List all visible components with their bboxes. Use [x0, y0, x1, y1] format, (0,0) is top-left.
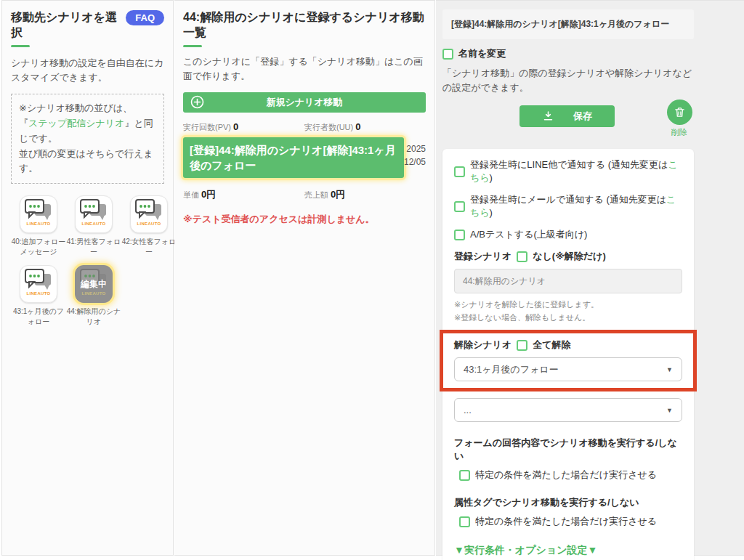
unregister-all-label: 全て解除 [533, 338, 570, 352]
notify-line-label: 登録発生時にLINE他で通知する (通知先変更はこちら) [470, 158, 682, 184]
new-scenario-move-button[interactable]: 新規シナリオ移動 [183, 92, 426, 113]
item-date-year: 2025 [406, 144, 426, 154]
edit-panel-title: [登録]44:解除用のシナリオ[解除]43:1ヶ月後のフォロー [442, 9, 694, 39]
tag-condition-checkbox-row[interactable]: 特定の条件を満たした場合だけ実行させる [459, 515, 682, 528]
left-panel-description: シナリオ移動の設定を自由自在にカスタマイズできます。 [11, 56, 164, 85]
unregister-scenario-selected-value: 43:1ヶ月後のフォロー [464, 363, 559, 376]
checkbox-icon[interactable] [454, 230, 465, 240]
ab-test-checkbox-row[interactable]: A/Bテストする(上級者向け) [454, 228, 682, 241]
scenario-item-40[interactable]: LINEAUTO 40:追加フォローメッセージ [11, 195, 66, 256]
scenario-label: 42:女性客フォロー [121, 237, 177, 256]
scenario-icon: LINEAUTO [75, 195, 113, 233]
faq-button[interactable]: FAQ [126, 10, 164, 25]
chat-bubbles-icon [133, 198, 165, 224]
note-line3: 並び順の変更はそちらで行えます。 [19, 148, 153, 174]
destination-scenario-panel: 移動先シナリオを選択 FAQ シナリオ移動の設定を自由自在にカスタマイズできます… [1, 0, 174, 556]
pv-label: 実行回数(PV) [183, 123, 231, 131]
save-label: 保存 [573, 110, 592, 123]
ab-test-label: A/Bテストする(上級者向け) [470, 228, 587, 241]
download-icon [542, 110, 554, 123]
lineauto-badge: LINEAUTO [27, 291, 51, 296]
unregister-scenario-select[interactable]: 43:1ヶ月後のフォロー ▼ [454, 357, 682, 381]
register-note-1: ※シナリオを解除した後に登録します。 [454, 300, 599, 309]
annotation-highlight-box: 解除シナリオ 全て解除 43:1ヶ月後のフォロー ▼ [440, 330, 697, 391]
revenue-stats: 単価0円 売上額0円 [183, 188, 426, 201]
scenario-icon: LINEAUTO [20, 265, 57, 303]
register-none-checkbox[interactable] [517, 251, 527, 262]
delete-button[interactable]: 削除 [665, 100, 694, 138]
form-condition-section-label: フォームの回答内容でシナリオ移動を実行する/しない [454, 437, 682, 463]
notify-line-checkbox-row[interactable]: 登録発生時にLINE他で通知する (通知先変更はこちら) [454, 158, 682, 184]
scenario-item-44-editing[interactable]: LINEAUTO 編集中 44:解除用のシナリオ [66, 265, 121, 326]
save-button-top[interactable]: 保存 [519, 105, 615, 127]
scenario-item-42[interactable]: LINEAUTO 42:女性客フォロー [121, 195, 177, 256]
register-scenario-input [454, 269, 682, 293]
scenario-icon: LINEAUTO [20, 195, 57, 233]
additional-scenario-select[interactable]: ... ▼ [454, 398, 682, 422]
item-date-day: 12/05 [404, 157, 426, 167]
scenario-move-edit-panel: [登録]44:解除用のシナリオ[解除]43:1ヶ月後のフォロー 名前を変更 「シ… [436, 0, 744, 556]
register-notes: ※シナリオを解除した後に登録します。 ※登録しない場合、解除もしません。 [454, 299, 682, 324]
delete-label: 削除 [671, 127, 687, 138]
edit-panel-description: 「シナリオ移動」の際の登録シナリオや解除シナリオなどの設定ができます。 [442, 66, 694, 95]
rename-label: 名前を変更 [458, 47, 506, 60]
sales-value: 0円 [331, 189, 345, 200]
notify-mail-checkbox-row[interactable]: 登録発生時にメールで通知する (通知先変更はこちら) [454, 193, 682, 219]
middle-panel-description: このシナリオに「登録」する「シナリオ移動」はこの画面で作ります。 [183, 54, 426, 84]
scenario-settings-card: 登録発生時にLINE他で通知する (通知先変更はこちら) 登録発生時にメールで通… [442, 149, 694, 560]
ordering-note-box: ※シナリオ移動の並びは、 『ステップ配信シナリオ』と同じです。 並び順の変更はそ… [11, 94, 164, 184]
checkbox-icon[interactable] [459, 516, 470, 527]
scenario-icon-editing: LINEAUTO 編集中 [75, 265, 113, 303]
checkbox-icon[interactable] [459, 470, 470, 481]
price-value: 0円 [201, 189, 216, 200]
notify-mail-label: 登録発生時にメールで通知する (通知先変更はこちら) [470, 193, 682, 219]
scenario-icon-grid: LINEAUTO 40:追加フォローメッセージ LINEAUTO 41:男性客フ… [11, 195, 164, 326]
execution-stats: 実行回数(PV)0 実行者数(UU)0 [183, 121, 426, 133]
new-scenario-move-label: 新規シナリオ移動 [266, 97, 342, 107]
register-none-label: なし(※解除だけ) [533, 250, 606, 263]
checkbox-icon[interactable] [454, 201, 465, 212]
chat-bubbles-icon [78, 198, 110, 224]
scenario-item-43[interactable]: LINEAUTO 43:1ヶ月後のフォロー [11, 265, 66, 326]
chevron-down-icon: ▼ [666, 366, 673, 373]
checkbox-icon[interactable] [454, 166, 465, 177]
lineauto-badge: LINEAUTO [137, 222, 161, 226]
scenario-move-list-panel: 44:解除用のシナリオに登録するシナリオ移動一覧 このシナリオに「登録」する「シ… [174, 0, 435, 556]
tag-condition-label: 特定の条件を満たした場合だけ実行させる [475, 515, 657, 528]
tag-condition-section-label: 属性タグでシナリオ移動を実行する/しない [454, 496, 682, 509]
form-condition-checkbox-row[interactable]: 特定の条件を満たした場合だけ実行させる [459, 468, 682, 482]
register-note-2: ※登録しない場合、解除もしません。 [454, 313, 590, 322]
checkbox-icon[interactable] [442, 49, 453, 60]
title-underline [11, 45, 30, 47]
sales-label: 売上額 [304, 190, 328, 199]
scenario-item-41[interactable]: LINEAUTO 41:男性客フォロー [66, 195, 121, 256]
uu-value: 0 [355, 121, 360, 132]
chat-bubbles-icon [23, 268, 54, 294]
uu-label: 実行者数(UU) [304, 123, 353, 131]
register-scenario-row: 登録シナリオ なし(※解除だけ) [454, 250, 682, 263]
scenario-icon: LINEAUTO [130, 195, 168, 233]
lineauto-badge: LINEAUTO [82, 222, 106, 226]
step-delivery-scenario-link[interactable]: ステップ配信シナリオ [28, 118, 124, 129]
note-line1: ※シナリオ移動の並びは、 [19, 102, 132, 113]
scenario-label: 44:解除用のシナリオ [66, 307, 121, 326]
additional-scenario-selected-value: ... [464, 405, 472, 415]
chevron-down-icon: ▼ [666, 407, 673, 414]
title-underline [183, 45, 202, 47]
test-access-warning: ※テスト受信者のアクセスは計測しません。 [183, 213, 426, 226]
chat-bubbles-icon [23, 198, 54, 224]
unregister-all-checkbox[interactable] [517, 340, 527, 351]
scenario-label: 41:男性客フォロー [66, 237, 121, 256]
lineauto-badge: LINEAUTO [27, 222, 51, 226]
execution-options-toggle[interactable]: ▼実行条件・オプション設定▼ [454, 544, 682, 557]
register-scenario-label: 登録シナリオ [454, 250, 512, 263]
middle-panel-title: 44:解除用のシナリオに登録するシナリオ移動一覧 [183, 10, 426, 41]
plus-circle-icon [190, 95, 204, 111]
left-panel-title: 移動先シナリオを選択 [11, 10, 126, 41]
editing-badge: 編集中 [76, 266, 112, 302]
rename-checkbox-row[interactable]: 名前を変更 [442, 47, 694, 60]
form-condition-label: 特定の条件を満たした場合だけ実行させる [475, 468, 657, 482]
scenario-move-item-selected[interactable]: [登録]44:解除用のシナリオ[解除]43:1ヶ月後のフォロー [183, 137, 404, 178]
scenario-label: 43:1ヶ月後のフォロー [11, 307, 66, 326]
note-quote-open: 『 [19, 118, 28, 129]
